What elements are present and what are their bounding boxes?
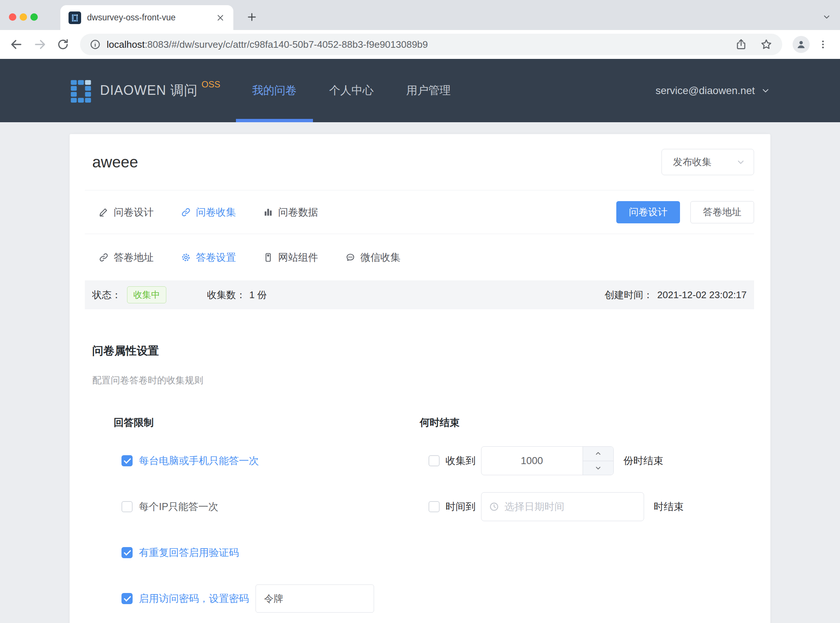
collect-to-label[interactable]: 收集到 (446, 454, 475, 467)
browser-profile-avatar[interactable] (792, 36, 809, 53)
tab-survey-data[interactable]: 问卷数据 (263, 206, 318, 219)
tag-icon (263, 252, 273, 262)
url-bar[interactable]: localhost:8083/#/dw/survey/c/attr/c98fa1… (80, 34, 782, 55)
checkbox[interactable] (121, 501, 133, 512)
time-to-label[interactable]: 时间到 (446, 500, 475, 513)
datetime-picker[interactable] (481, 492, 644, 521)
checkbox-row-one-per-device: 每台电脑或手机只能答一次 (121, 447, 420, 475)
share-icon[interactable] (735, 38, 747, 51)
diaowen-logo-icon (70, 79, 94, 103)
status-badge: 收集中 (127, 286, 166, 303)
edit-icon (98, 207, 109, 218)
clock-icon (489, 502, 499, 512)
collect-to-suffix: 份时结束 (623, 454, 663, 467)
checkbox-label[interactable]: 启用访问密码，设置密码 (139, 592, 249, 605)
checkbox[interactable] (121, 547, 133, 558)
chevron-down-icon (761, 86, 770, 95)
browser-toolbar: localhost:8083/#/dw/survey/c/attr/c98fa1… (0, 30, 840, 59)
nav-item-user-management[interactable]: 用户管理 (390, 59, 467, 122)
tab-label: 问卷收集 (196, 206, 236, 219)
checkbox[interactable] (429, 455, 440, 466)
url-host: localhost (107, 39, 145, 50)
tab-label: 答卷设置 (196, 251, 236, 264)
new-tab-button[interactable] (244, 10, 259, 25)
tab-label: 问卷设计 (114, 206, 154, 219)
end-rules-heading: 何时结束 (420, 416, 754, 429)
checkbox[interactable] (429, 501, 440, 512)
app-header: DIAOWEN 调问 OSS 我的问卷 个人中心 用户管理 service@di… (0, 59, 840, 122)
nav-item-my-surveys[interactable]: 我的问卷 (236, 59, 313, 122)
survey-title: aweee (92, 153, 138, 171)
answer-url-button[interactable]: 答卷地址 (690, 201, 754, 223)
spinner-up-icon[interactable] (583, 447, 613, 461)
browser-tab-strip: dwsurvey-oss-front-vue (0, 0, 840, 30)
checkbox-row-access-password: 启用访问密码，设置密码 (121, 584, 420, 613)
brand-name: DIAOWEN 调问 (100, 81, 198, 100)
status-label: 状态： (92, 288, 121, 301)
reload-icon[interactable] (55, 36, 71, 52)
datetime-input[interactable] (504, 501, 636, 513)
screen: dwsurvey-oss-front-vue localhost:8083/#/… (0, 0, 840, 623)
checkbox[interactable] (121, 593, 133, 604)
tab-label: 答卷地址 (114, 251, 154, 264)
chart-icon (263, 207, 273, 218)
checkbox-label[interactable]: 有重复回答启用验证码 (139, 546, 239, 559)
nav-label: 用户管理 (406, 83, 451, 98)
created-time-value: 2021-12-02 23:02:17 (658, 289, 746, 301)
nav-item-personal-center[interactable]: 个人中心 (313, 59, 390, 122)
tab-title: dwsurvey-oss-front-vue (87, 12, 216, 23)
survey-design-button[interactable]: 问卷设计 (616, 201, 680, 223)
browser-tab[interactable]: dwsurvey-oss-front-vue (60, 5, 233, 30)
checkbox-label[interactable]: 每台电脑或手机只能答一次 (139, 454, 259, 467)
tab-search-chevron-icon[interactable] (821, 11, 832, 23)
time-to-suffix: 时结束 (654, 500, 684, 513)
created-time-label: 创建时间： (605, 288, 653, 301)
tab-survey-collect[interactable]: 问卷收集 (181, 206, 236, 219)
tab-label: 微信收集 (360, 251, 400, 264)
checkbox-row-captcha-on-repeat: 有重复回答启用验证码 (121, 538, 420, 567)
traffic-lights (9, 13, 38, 21)
access-password-input[interactable] (256, 585, 374, 612)
url-text: localhost:8083/#/dw/survey/c/attr/c98fa1… (107, 39, 722, 51)
nav-label: 个人中心 (329, 83, 374, 98)
checkbox-row-collect-to: 收集到 份时结束 (429, 447, 754, 475)
settings-subheading: 配置问卷答卷时的收集规则 (92, 374, 754, 386)
checkbox[interactable] (121, 455, 133, 466)
nav-label: 我的问卷 (252, 83, 297, 98)
checkbox-label[interactable]: 每个IP只能答一次 (139, 500, 219, 513)
browser-menu-icon[interactable] (816, 38, 829, 51)
tab-site-widget[interactable]: 网站组件 (263, 251, 318, 264)
end-rules-column: 何时结束 收集到 (420, 416, 754, 613)
chevron-down-icon (736, 157, 745, 167)
bookmark-star-icon[interactable] (760, 38, 773, 51)
tab-answer-settings[interactable]: 答卷设置 (181, 251, 236, 264)
zoom-window-button[interactable] (31, 13, 38, 21)
favicon (69, 11, 81, 24)
chat-icon (345, 252, 356, 262)
link-icon (98, 252, 109, 262)
link-icon (181, 207, 191, 218)
minimize-window-button[interactable] (20, 13, 27, 21)
close-window-button[interactable] (9, 13, 16, 21)
gear-icon (181, 252, 191, 262)
settings-heading: 问卷属性设置 (92, 343, 754, 359)
site-info-icon[interactable] (90, 39, 101, 50)
back-icon[interactable] (8, 36, 25, 52)
tab-close-icon[interactable] (216, 13, 225, 23)
spinner-down-icon[interactable] (583, 461, 613, 475)
publish-select-value: 发布收集 (673, 156, 711, 169)
survey-actions: 问卷设计 答卷地址 (616, 201, 754, 223)
collect-count-input-wrap (481, 447, 614, 475)
tab-label: 问卷数据 (278, 206, 318, 219)
page-background: aweee 发布收集 问卷设计 (0, 122, 840, 623)
tab-survey-design[interactable]: 问卷设计 (98, 206, 154, 219)
account-menu[interactable]: service@diaowen.net (656, 59, 770, 122)
checkbox-row-time-to: 时间到 时结束 (429, 492, 754, 521)
tab-wechat-collect[interactable]: 微信收集 (345, 251, 400, 264)
survey-card: aweee 发布收集 问卷设计 (70, 134, 770, 623)
tab-answer-url[interactable]: 答卷地址 (98, 251, 154, 264)
account-email: service@diaowen.net (656, 85, 755, 97)
forward-icon[interactable] (32, 36, 48, 52)
publish-select[interactable]: 发布收集 (662, 149, 754, 175)
collect-count-label: 收集数： (207, 288, 245, 301)
